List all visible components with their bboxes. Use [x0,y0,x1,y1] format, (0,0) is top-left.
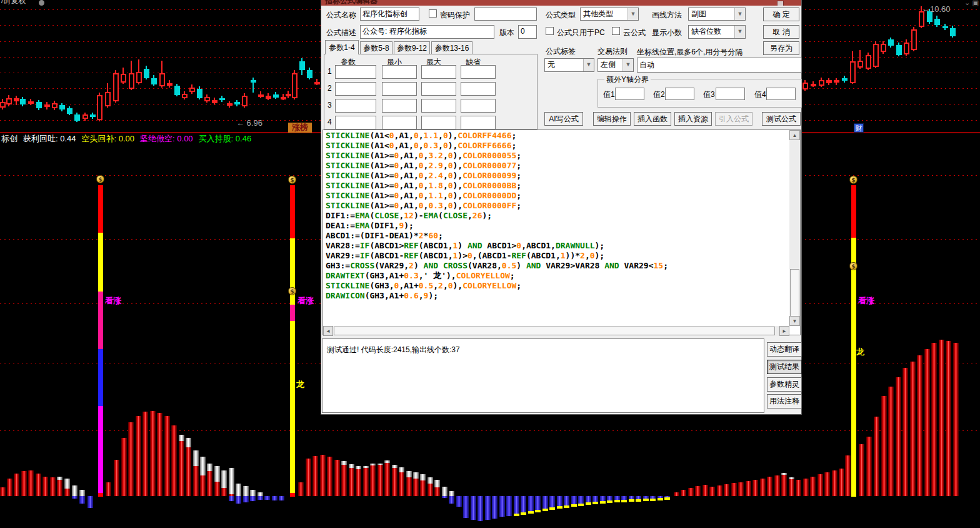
vertical-scrollbar[interactable]: ▲ ▼ [789,130,800,326]
chevron-down-icon[interactable]: ▼ [734,8,745,20]
indicator-bar-white [449,491,454,496]
candlestick [167,83,172,86]
signal-line-segment [290,493,295,497]
code-editor[interactable]: STICKLINE(A1<0,A1,0,1.1,0),COLORFF4466;S… [322,129,801,335]
candlestick [144,69,149,78]
tab-params-9-12[interactable]: 参数9-12 [394,41,430,54]
param-input-r3c1[interactable] [335,99,376,113]
chevron-down-icon[interactable]: ▼ [622,59,633,71]
password-checkbox[interactable] [429,9,437,18]
code-text[interactable]: STICKLINE(A1<0,A1,0,1.1,0),COLORFF4466;S… [324,131,789,325]
chevron-down-icon[interactable]: ▼ [583,59,594,71]
ai-write-formula-button[interactable]: AI写公式 [544,112,583,126]
indicator-bar-red [781,475,787,496]
signal-label: 龙 [296,379,304,390]
password-input[interactable] [474,8,537,21]
horizontal-scrollbar[interactable]: ◄ ► [323,326,789,336]
news-tag[interactable]: 财 [854,123,864,133]
indicator-bar-white [399,467,404,472]
param-input-r4c2[interactable] [382,116,417,129]
candlestick [942,26,948,28]
candlestick [97,95,102,120]
scroll-up-icon[interactable]: ▲ [789,130,800,140]
param-input-r2c3[interactable] [421,82,456,96]
formula-type-select[interactable]: 其他类型 ▼ [580,8,639,21]
value4-label: 值4 [754,89,766,100]
formula-tag-select[interactable]: 无 ▼ [544,58,594,72]
param-input-r1c2[interactable] [382,65,417,79]
edit-operations-button[interactable]: 编辑操作 [593,112,631,126]
indicator-bar-red [221,488,227,496]
param-input-r4c1[interactable] [335,116,376,129]
cloud-formula-checkbox[interactable] [612,27,620,35]
indicator-bar-red [810,477,816,496]
scroll-left-icon[interactable]: ◄ [323,326,333,336]
test-result-button[interactable]: 测试结果 [767,360,802,374]
signal-line-segment [290,305,295,321]
chevron-down-icon[interactable]: ▼ [628,8,638,20]
param-input-r2c1[interactable] [335,82,376,96]
indicator-bar-yellow-tick [549,507,555,510]
save-as-button[interactable]: 另存为 [763,41,799,55]
signal-line-segment [851,185,856,238]
indicator-bar-blue [463,496,469,518]
formula-desc-input[interactable]: 公众号: 程序化指标 [360,25,494,39]
toolbar-text: /前复权 [1,0,26,6]
insert-function-button[interactable]: 插入函数 [634,112,671,126]
cancel-button[interactable]: 取 消 [763,25,799,39]
axis-position-input[interactable]: 自动 [637,58,802,73]
param-input-r1c1[interactable] [335,65,376,79]
param-input-r4c3[interactable] [421,116,456,129]
tab-params-5-8[interactable]: 参数5-8 [360,41,392,54]
scroll-right-icon[interactable]: ► [779,326,789,336]
indicator-bar-red [767,477,772,496]
value1-input[interactable] [615,88,644,100]
version-input[interactable]: 0 [518,25,537,39]
formula-name-input[interactable]: 程序化指标创 [360,8,419,21]
test-result-text: 测试通过! 代码长度:2415,输出线个数:37 [327,345,460,355]
indicator-name[interactable]: 标创 [1,134,18,143]
param-input-r3c4[interactable] [461,99,496,113]
indicator-bar-yellow-tick [636,499,641,502]
indicator-bar-blue [499,496,505,517]
decimal-select[interactable]: 缺省位数 ▼ [688,25,746,39]
param-input-r3c2[interactable] [382,99,417,113]
indicator-bar-red [845,455,851,496]
scroll-down-icon[interactable]: ▼ [789,316,800,326]
tab-params-1-4[interactable]: 参数1-4 [325,40,359,54]
indicator-bar-red [298,482,304,496]
dialog-titlebar[interactable]: 指标公式编辑器 [321,0,801,6]
pc-only-checkbox[interactable] [546,27,554,35]
tab-params-13-16[interactable]: 参数13-16 [431,41,472,54]
dynamic-translate-button[interactable]: 动态翻译 [767,342,802,357]
trade-rule-select[interactable]: 左侧 ▼ [598,58,634,72]
rank-list-tag[interactable]: 涨榜 [288,123,312,133]
indicator-bar-red [341,465,347,496]
ok-button[interactable]: 确 定 [763,8,799,21]
insert-resource-button[interactable]: 插入资源 [674,112,712,126]
value4-input[interactable] [766,88,796,100]
param-input-r4c4[interactable] [461,116,496,129]
candlestick [14,98,19,101]
horizontal-scroll-thumb[interactable] [334,327,775,335]
candlestick [904,43,909,54]
param-input-r2c4[interactable] [461,82,496,96]
indicator-bar-red [695,486,701,496]
usage-notes-button[interactable]: 用法注释 [767,394,802,409]
extra-y-axis-label: 额外Y轴分界 [604,74,651,85]
param-input-r2c2[interactable] [382,82,417,96]
indicator-bar-blue [542,496,548,510]
param-input-r1c4[interactable] [461,65,496,79]
value3-input[interactable] [716,88,745,100]
vertical-scroll-thumb[interactable] [790,269,799,318]
chevron-down-icon[interactable]: ▼ [734,26,745,38]
titlebar-icon[interactable] [777,1,784,6]
param-input-r3c3[interactable] [421,99,456,113]
param-wizard-button[interactable]: 参数精灵 [767,377,802,392]
value2-input[interactable] [665,88,694,100]
draw-method-select[interactable]: 副图 ▼ [688,8,746,21]
indicator-bar-blue [492,496,498,519]
window-controls-icons[interactable]: ⌄ ▣ [964,0,979,7]
param-input-r1c3[interactable] [421,65,456,79]
test-formula-button[interactable]: 测试公式 [762,112,801,126]
